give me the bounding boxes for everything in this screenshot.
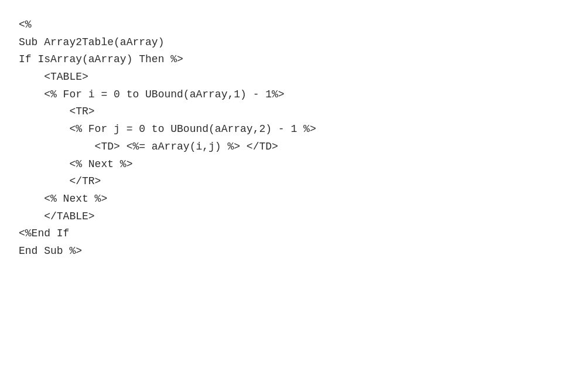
code-line-1: <%: [19, 19, 32, 30]
code-line-7: <% For j = 0 to UBound(aArray,2) - 1 %>: [19, 123, 316, 135]
code-line-3: If IsArray(aArray) Then %>: [19, 53, 183, 65]
code-line-10: </TR>: [19, 175, 101, 187]
code-line-13: <%End If: [19, 228, 69, 239]
code-line-6: <TR>: [19, 106, 95, 117]
code-block: <% Sub Array2Table(aArray) If IsArray(aA…: [0, 0, 588, 387]
code-line-12: </TABLE>: [19, 211, 95, 222]
code-line-14: End Sub %>: [19, 245, 82, 257]
code-line-5: <% For i = 0 to UBound(aArray,1) - 1%>: [19, 89, 285, 100]
code-line-11: <% Next %>: [19, 193, 107, 205]
code-line-8: <TD> <%= aArray(i,j) %> </TD>: [19, 141, 278, 152]
code-line-2: Sub Array2Table(aArray): [19, 36, 164, 48]
code-line-9: <% Next %>: [19, 158, 132, 170]
code-line-4: <TABLE>: [19, 71, 88, 83]
